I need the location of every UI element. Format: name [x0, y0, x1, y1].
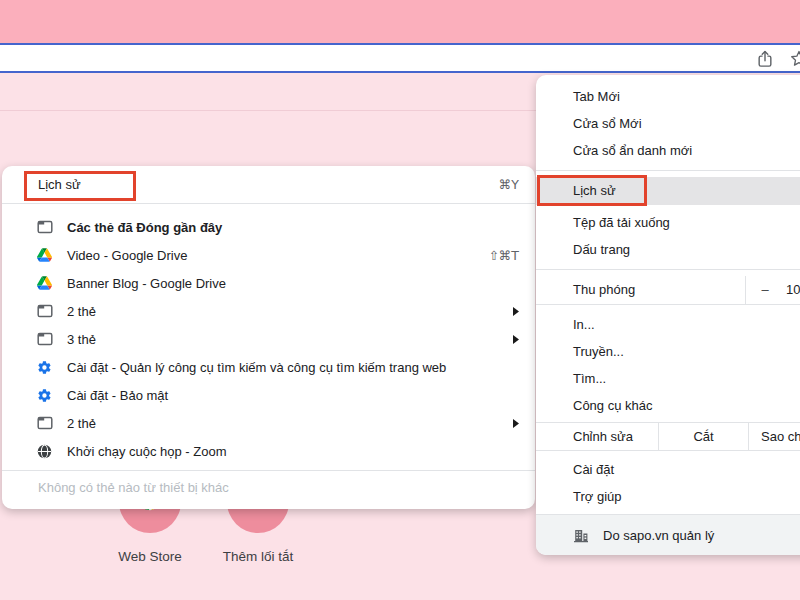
- zoom-out-button[interactable]: –: [759, 276, 771, 304]
- divider: [536, 304, 800, 305]
- menu-item-new-window[interactable]: Cửa sổ Mới: [536, 110, 800, 137]
- history-submenu: Lịch sử ⌘Y Các thẻ đã Đóng gần đây Video…: [2, 166, 535, 509]
- menu-item-settings-security[interactable]: Cài đặt - Bảo mật: [2, 381, 535, 409]
- no-tabs-other-devices: Không có thẻ nào từ thiết bị khác: [2, 471, 535, 504]
- chrome-main-menu: Tab Mới Cửa sổ Mới Cửa sổ ẩn danh mới Lị…: [536, 75, 800, 555]
- edit-label: Chỉnh sửa: [536, 423, 658, 450]
- bookmark-star-icon[interactable]: [789, 49, 800, 69]
- menu-item-banner-blog-google-drive[interactable]: Banner Blog - Google Drive: [2, 269, 535, 297]
- menu-item-settings-search-engines[interactable]: Cài đặt - Quản lý công cụ tìm kiếm và cô…: [2, 353, 535, 381]
- menu-item-find[interactable]: Tìm...: [536, 365, 800, 392]
- history-header-label: Lịch sử: [38, 177, 81, 192]
- menu-item-cast[interactable]: Truyền...: [536, 338, 800, 365]
- browser-toolbar: [0, 43, 800, 73]
- menu-item-edit-row: Chỉnh sửa Cắt Sao chép: [536, 423, 800, 450]
- tab-strip: [0, 0, 800, 43]
- divider: [536, 170, 800, 171]
- organization-building-icon: [572, 527, 589, 543]
- submenu-arrow-icon: [512, 419, 519, 428]
- google-drive-icon: [36, 248, 53, 262]
- tab-icon: [36, 415, 53, 431]
- menu-item-history[interactable]: Lịch sử: [536, 177, 800, 205]
- globe-icon: [36, 444, 53, 459]
- menu-item-video-google-drive[interactable]: Video - Google Drive ⇧⌘T: [2, 241, 535, 269]
- menu-item-3-tabs[interactable]: 3 thẻ: [2, 325, 535, 353]
- menu-item-print[interactable]: In...: [536, 311, 800, 338]
- menu-item-recently-closed[interactable]: Các thẻ đã Đóng gần đây: [2, 213, 535, 241]
- history-submenu-header[interactable]: Lịch sử ⌘Y: [2, 166, 535, 204]
- zoom-label: Thu phóng: [573, 282, 635, 297]
- submenu-arrow-icon: [512, 335, 519, 344]
- zoom-level-value: 100%: [786, 276, 800, 304]
- divider: [536, 450, 800, 451]
- copy-button[interactable]: Sao chép: [748, 423, 800, 450]
- google-drive-icon: [36, 276, 53, 290]
- cut-button[interactable]: Cắt: [658, 423, 748, 450]
- menu-item-settings[interactable]: Cài đặt: [536, 456, 800, 483]
- divider: [536, 269, 800, 270]
- add-shortcut-label: Thêm lối tắt: [203, 549, 313, 564]
- submenu-arrow-icon: [512, 307, 519, 316]
- tab-icon: [36, 331, 53, 347]
- menu-item-new-incognito-window[interactable]: Cửa sổ ẩn danh mới: [536, 137, 800, 164]
- menu-item-more-tools[interactable]: Công cụ khác: [536, 392, 800, 419]
- managed-by-notice[interactable]: Do sapo.vn quản lý: [536, 515, 800, 555]
- menu-item-zoom-meeting[interactable]: Khởi chạy cuộc họp - Zoom: [2, 437, 535, 465]
- menu-item-downloads[interactable]: Tệp đã tải xuống: [536, 209, 800, 236]
- settings-gear-icon: [36, 360, 53, 375]
- reopen-tab-shortcut: ⇧⌘T: [488, 248, 519, 263]
- menu-item-zoom: Thu phóng – 100%: [536, 276, 800, 304]
- menu-item-2-tabs[interactable]: 2 thẻ: [2, 297, 535, 325]
- menu-item-bookmarks[interactable]: Dấu trang: [536, 236, 800, 263]
- webstore-label: Web Store: [95, 549, 205, 564]
- share-icon[interactable]: [755, 49, 775, 69]
- menu-item-help[interactable]: Trợ giúp: [536, 483, 800, 510]
- tab-icon: [36, 303, 53, 319]
- menu-item-new-tab[interactable]: Tab Mới: [536, 83, 800, 110]
- settings-gear-icon: [36, 388, 53, 403]
- history-shortcut: ⌘Y: [499, 166, 519, 204]
- menu-item-2-tabs-b[interactable]: 2 thẻ: [2, 409, 535, 437]
- tab-icon: [36, 219, 53, 235]
